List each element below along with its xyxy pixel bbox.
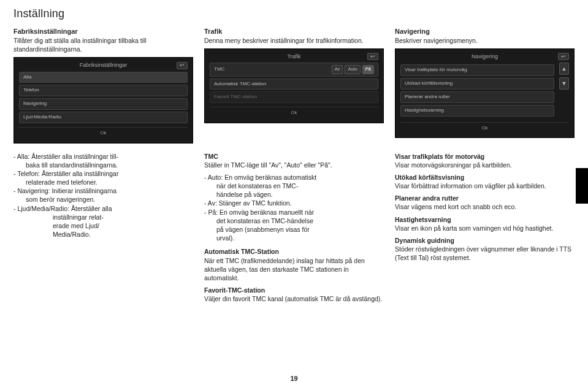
list-item[interactable]: Ljud·Media·Radio bbox=[19, 112, 188, 123]
body-text: baka till standardinställningarna. bbox=[13, 161, 193, 169]
page-title: Inställning bbox=[13, 6, 575, 21]
device-nav-title: Navigering bbox=[411, 53, 558, 60]
body-text: - Navigering: Initierar inställningarna bbox=[13, 186, 193, 195]
list-item[interactable]: Alla bbox=[19, 72, 188, 83]
head-fabrik: Fabriksinställningar bbox=[13, 27, 193, 36]
list-item[interactable]: Navigering bbox=[19, 98, 188, 110]
top-row: Fabriksinställningar Tillåter dig att st… bbox=[13, 27, 575, 143]
device-trafik-title: Trafik bbox=[221, 53, 367, 60]
head-nav: Navigering bbox=[395, 27, 575, 36]
device-fabrik-title: Fabriksinställningar bbox=[30, 61, 177, 69]
tmc-row: TMC Av Auto På bbox=[210, 63, 378, 76]
device-fabrik: Fabriksinställningar ↩ Alla Telefon Navi… bbox=[13, 57, 193, 143]
list-item[interactable]: Utökad körfältsvisning bbox=[400, 78, 554, 90]
ok-button[interactable]: Ok bbox=[19, 127, 188, 137]
list-item[interactable]: Visar trafikplats för motorväg bbox=[400, 64, 554, 76]
body-text: När ett TMC (trafikmeddelande) inslag ha… bbox=[204, 257, 365, 282]
bottom-col-3: Visar trafikplats för motorväg Visar mot… bbox=[395, 152, 575, 307]
body-text: - Auto: En omväg beräknas automatiskt bbox=[204, 173, 384, 182]
body-text: händelse på vägen. bbox=[204, 190, 384, 199]
term-visar: Visar trafikplats för motorväg bbox=[395, 153, 484, 160]
desc-trafik: Denna meny beskriver inställningar för t… bbox=[204, 36, 384, 45]
back-icon[interactable]: ↩ bbox=[558, 53, 569, 60]
body-text: Visar vägens med kort och snabb och eco. bbox=[395, 203, 516, 210]
top-col-2: Trafik Denna meny beskriver inställninga… bbox=[204, 27, 384, 143]
ok-button[interactable]: Ok bbox=[400, 122, 569, 132]
device-trafik: Trafik ↩ TMC Av Auto På Automatisk TMC-s… bbox=[204, 48, 384, 123]
body-text: Visar en ikon på karta som varningen vid… bbox=[395, 224, 553, 232]
body-text: som berör navigeringen. bbox=[13, 195, 193, 204]
body-text: relaterade med telefoner. bbox=[13, 178, 193, 186]
term-planerar: Planerar andra rutter bbox=[395, 194, 459, 202]
bottom-col-2: TMC Ställer in TMC-läge till "Av", "Auto… bbox=[204, 152, 384, 307]
back-icon[interactable]: ↩ bbox=[177, 62, 188, 69]
body-text: urval). bbox=[204, 234, 384, 242]
side-tab-marker bbox=[576, 168, 588, 204]
list-item[interactable]: Telefon bbox=[19, 85, 188, 96]
page-number: 19 bbox=[0, 374, 588, 383]
bottom-row: - Alla: Återställer alla inställningar t… bbox=[13, 152, 575, 307]
device-nav: Navigering ↩ Visar trafikplats för motor… bbox=[395, 48, 575, 138]
bottom-col-1: - Alla: Återställer alla inställningar t… bbox=[13, 152, 193, 307]
tmc-label: TMC bbox=[214, 66, 224, 73]
list-item[interactable]: Hastighetsvarning bbox=[400, 105, 554, 117]
body-text: Stöder röstvägledningen över vägnummer e… bbox=[395, 245, 571, 261]
tmc-on[interactable]: På bbox=[362, 65, 374, 74]
body-text: Väljer din favorit TMC kanal (automatisk… bbox=[204, 295, 382, 302]
list-item[interactable]: Planerar andra rutter bbox=[400, 91, 554, 103]
body-text: när det konstateras en TMC- bbox=[204, 182, 384, 190]
body-text: Ställer in TMC-läge till "Av", "Auto" el… bbox=[204, 161, 332, 169]
body-text: inställningar relat- bbox=[13, 213, 193, 221]
scroll-up-icon[interactable]: ▲ bbox=[559, 63, 569, 75]
tmc-auto[interactable]: Auto bbox=[345, 65, 360, 74]
tmc-off[interactable]: Av bbox=[332, 65, 343, 74]
term-utokad: Utökad körfältsvisning bbox=[395, 174, 464, 181]
scroll-down-icon[interactable]: ▼ bbox=[559, 77, 569, 90]
ok-button[interactable]: Ok bbox=[210, 107, 378, 117]
term-dynamisk: Dynamisk guidning bbox=[395, 237, 454, 244]
term-hastighet: Hastighetsvarning bbox=[395, 216, 451, 223]
body-text: Media/Radio. bbox=[13, 230, 193, 239]
list-item[interactable]: Automatisk TMC-station bbox=[210, 79, 378, 90]
term-favtmc: Favorit-TMC-station bbox=[204, 286, 265, 294]
body-text: Visar motorvägskorsningar på kartbilden. bbox=[395, 161, 512, 169]
body-text: det konstateras en TMC-händelse bbox=[204, 216, 384, 225]
body-text: - Alla: Återställer alla inställningar t… bbox=[13, 152, 193, 161]
desc-fabrik: Tillåter dig att ställa alla inställning… bbox=[13, 36, 193, 53]
body-text: erade med Ljud/ bbox=[13, 221, 193, 230]
body-text: - På: En omväg beräknas manuellt när bbox=[204, 208, 384, 216]
body-text: - Av: Stänger av TMC funktion. bbox=[204, 199, 384, 207]
top-col-3: Navigering Beskriver navigeringsmenyn. N… bbox=[395, 27, 575, 143]
top-col-1: Fabriksinställningar Tillåter dig att st… bbox=[13, 27, 193, 143]
body-text: - Ljud/Media/Radio: Återställer alla bbox=[13, 204, 193, 213]
desc-nav: Beskriver navigeringsmenyn. bbox=[395, 36, 575, 45]
body-text: Visar förbättrad information om vägfiler… bbox=[395, 182, 546, 190]
body-text: på vägen (snabbmenyn visas för bbox=[204, 225, 384, 234]
head-trafik: Trafik bbox=[204, 27, 384, 36]
list-item: Favorit TMC-station bbox=[210, 91, 378, 103]
term-tmc: TMC bbox=[204, 153, 218, 160]
body-text: - Telefon: Återställer alla inställninga… bbox=[13, 169, 193, 178]
back-icon[interactable]: ↩ bbox=[367, 53, 378, 60]
term-autotmc: Automatisk TMC-Station bbox=[204, 248, 279, 255]
